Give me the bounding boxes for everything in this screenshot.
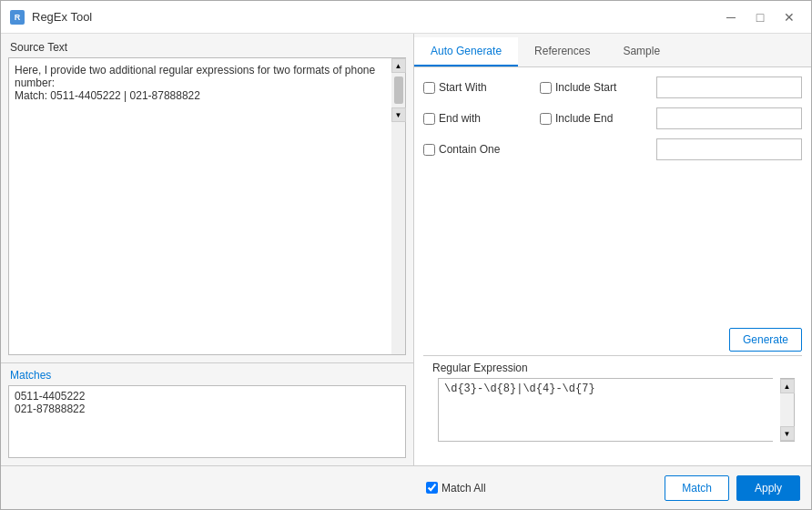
end-with-group: End with — [423, 112, 533, 125]
match-button[interactable]: Match — [665, 475, 729, 501]
contain-one-checkbox[interactable] — [423, 144, 435, 156]
generate-button[interactable]: Generate — [729, 328, 802, 352]
matches-label: Matches — [1, 363, 413, 385]
left-panel: Source Text ▲ ▼ Matches 0511-4405222 021… — [1, 34, 414, 465]
matches-section: Matches 0511-4405222 021-87888822 — [1, 362, 413, 465]
title-bar-left: R RegEx Tool — [10, 10, 92, 25]
source-textarea-container: ▲ ▼ — [8, 57, 406, 355]
matches-list: 0511-4405222 021-87888822 — [8, 385, 406, 458]
tab-content-auto-generate: Start With Include Start End with — [414, 67, 811, 465]
regex-section: Regular Expression ▲ ▼ — [423, 355, 802, 456]
match-item-1: 0511-4405222 — [15, 390, 400, 403]
apply-button[interactable]: Apply — [736, 475, 800, 501]
source-scrollbar: ▲ ▼ — [391, 57, 406, 355]
include-end-group: Include End — [540, 112, 649, 125]
close-button[interactable]: ✕ — [776, 7, 802, 27]
tab-auto-generate[interactable]: Auto Generate — [414, 37, 518, 66]
contain-one-row: Contain One — [423, 138, 802, 160]
maximize-button[interactable]: □ — [747, 7, 773, 27]
source-textarea[interactable] — [8, 57, 391, 355]
regex-scrollbar: ▲ ▼ — [780, 378, 795, 442]
right-panel: Auto Generate References Sample Start Wi… — [414, 34, 811, 465]
tab-sample[interactable]: Sample — [606, 37, 676, 66]
regex-scroll-down[interactable]: ▼ — [780, 426, 795, 441]
scroll-thumb[interactable] — [394, 76, 403, 104]
window-title: RegEx Tool — [32, 10, 92, 24]
contain-one-group: Contain One — [423, 143, 533, 156]
include-start-label: Include Start — [555, 81, 616, 94]
start-with-checkbox[interactable] — [423, 82, 435, 94]
include-end-checkbox[interactable] — [540, 113, 552, 125]
regex-label: Regular Expression — [423, 356, 802, 378]
tab-references[interactable]: References — [518, 37, 606, 66]
match-all-group: Match All — [426, 482, 486, 495]
scroll-up-btn[interactable]: ▲ — [391, 58, 406, 73]
start-with-group: Start With — [423, 81, 533, 94]
match-all-checkbox[interactable] — [426, 482, 438, 494]
source-section: Source Text ▲ ▼ — [1, 34, 413, 362]
include-end-label: Include End — [555, 112, 613, 125]
tabs-bar: Auto Generate References Sample — [414, 34, 811, 67]
match-all-label: Match All — [442, 482, 486, 495]
end-with-label: End with — [439, 112, 481, 125]
end-with-input[interactable] — [656, 107, 802, 129]
title-bar: R RegEx Tool ─ □ ✕ — [1, 1, 811, 34]
include-start-group: Include Start — [540, 81, 649, 94]
contain-one-label: Contain One — [439, 143, 500, 156]
generate-row: Generate — [423, 169, 802, 355]
regex-scroll-up[interactable]: ▲ — [780, 379, 795, 393]
bottom-bar: Match All Match Apply — [1, 465, 811, 509]
minimize-button[interactable]: ─ — [718, 7, 744, 27]
end-with-row: End with Include End — [423, 107, 802, 129]
source-label: Source Text — [1, 34, 413, 57]
start-with-label: Start With — [439, 81, 487, 94]
main-content: Source Text ▲ ▼ Matches 0511-4405222 021… — [1, 34, 811, 465]
window-controls: ─ □ ✕ — [718, 7, 802, 27]
start-with-input[interactable] — [656, 76, 802, 98]
scroll-down-btn[interactable]: ▼ — [391, 107, 406, 122]
start-with-row: Start With Include Start — [423, 76, 802, 98]
contain-one-input[interactable] — [656, 138, 802, 160]
include-start-checkbox[interactable] — [540, 82, 552, 94]
end-with-checkbox[interactable] — [423, 113, 435, 125]
match-item-2: 021-87888822 — [15, 403, 400, 415]
regex-textarea[interactable] — [438, 378, 773, 442]
main-window: R RegEx Tool ─ □ ✕ Source Text ▲ ▼ — [0, 0, 812, 510]
app-icon: R — [10, 10, 25, 25]
